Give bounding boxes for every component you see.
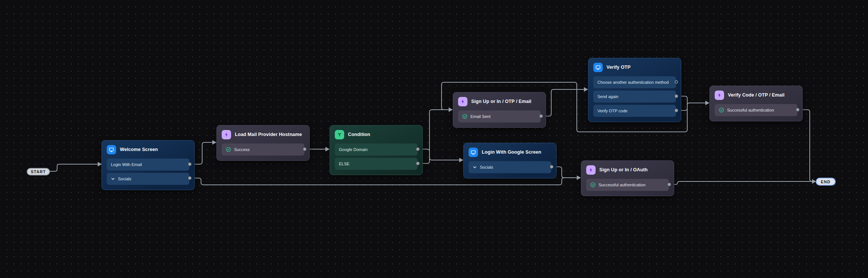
- node-row[interactable]: ELSE: [335, 158, 417, 170]
- node-row[interactable]: Successful authentication: [715, 104, 797, 116]
- input-arrow-verify-otp: [584, 87, 588, 92]
- row-label: Socials: [480, 165, 493, 169]
- node-row[interactable]: Choose another authentication method: [593, 76, 676, 88]
- node-title: Condition: [348, 132, 370, 137]
- node-row[interactable]: Login With Email: [107, 159, 189, 171]
- node-title: Load Mail Provider Hostname: [235, 132, 302, 137]
- screen-icon: [107, 145, 116, 154]
- node-header: Verify OTP: [593, 58, 676, 76]
- node-sign-up-or-in-otp-email[interactable]: Sign Up or In / OTP / Email Email Sent: [453, 92, 546, 128]
- screen-icon: [469, 148, 478, 157]
- end-pill[interactable]: END: [816, 178, 836, 186]
- node-header: Login With Google Screen: [469, 143, 551, 161]
- input-arrow-load-mail: [212, 140, 216, 145]
- node-title: Welcome Screen: [120, 147, 158, 152]
- row-label: Send again: [597, 94, 618, 99]
- node-load-mail-provider-hostname[interactable]: Load Mail Provider Hostname Success: [216, 125, 310, 161]
- node-condition[interactable]: Condition Google Domain ELSE: [330, 125, 423, 175]
- row-label: Successful authentication: [599, 183, 646, 187]
- input-arrow-login-google: [459, 158, 463, 162]
- check-circle-icon: [719, 107, 724, 113]
- edges-layer: [0, 0, 868, 278]
- node-header: Verify Code / OTP / Email: [715, 86, 797, 104]
- row-label: ELSE: [339, 162, 349, 166]
- row-label: Choose another authentication method: [597, 80, 669, 85]
- node-row[interactable]: Email Sent: [458, 110, 541, 122]
- screen-icon: [593, 63, 603, 72]
- start-pill[interactable]: START: [27, 168, 50, 175]
- node-row[interactable]: Success: [222, 144, 304, 156]
- node-sign-up-or-in-oauth[interactable]: Sign Up or In / OAuth Successful authent…: [581, 160, 674, 196]
- node-row[interactable]: Socials: [469, 161, 551, 173]
- row-label: Login With Email: [111, 162, 142, 167]
- node-welcome-screen[interactable]: Welcome Screen Login With Email Socials: [101, 140, 195, 190]
- input-arrow-oauth: [577, 175, 581, 180]
- row-label: Successful authentication: [727, 108, 774, 112]
- input-arrow-verify-code: [705, 101, 709, 105]
- edge-email-sent-to-verify-otp[interactable]: [541, 89, 584, 116]
- row-label: Verify OTP code: [597, 109, 628, 113]
- node-title: Login With Google Screen: [482, 150, 541, 155]
- node-row[interactable]: Successful authentication: [586, 179, 669, 191]
- node-header: Welcome Screen: [107, 141, 189, 159]
- chevron-down-icon: [473, 165, 477, 169]
- node-row[interactable]: Send again: [593, 91, 676, 103]
- node-header: Load Mail Provider Hostname: [222, 125, 304, 144]
- node-row[interactable]: Verify OTP code: [593, 105, 676, 117]
- lightning-icon: [458, 97, 467, 106]
- edge-oauth-success-to-end[interactable]: [669, 181, 812, 184]
- node-title: Verify Code / OTP / Email: [728, 92, 785, 98]
- node-row[interactable]: Socials: [107, 173, 189, 185]
- flow-canvas[interactable]: START END Welcome Screen Login With Emai…: [0, 0, 868, 278]
- check-circle-icon: [590, 182, 596, 187]
- edge-start-to-welcome[interactable]: [50, 164, 98, 171]
- node-title: Sign Up or In / OTP / Email: [471, 99, 531, 104]
- row-label: Socials: [118, 177, 131, 181]
- branch-icon: [335, 130, 344, 139]
- node-title: Verify OTP: [606, 65, 631, 70]
- check-circle-icon: [462, 114, 467, 119]
- node-header: Sign Up or In / OTP / Email: [458, 92, 541, 110]
- row-label: Email Sent: [470, 114, 490, 119]
- node-header: Condition: [335, 125, 417, 144]
- lightning-icon: [715, 91, 724, 100]
- row-label: Success: [234, 147, 250, 152]
- chevron-down-icon: [111, 177, 115, 181]
- row-label: Google Domain: [339, 147, 367, 152]
- node-title: Sign Up or In / OAuth: [599, 167, 647, 172]
- edge-google-domain-to-login-google[interactable]: [418, 149, 459, 160]
- node-verify-code-otp-email[interactable]: Verify Code / OTP / Email Successful aut…: [709, 86, 803, 121]
- check-circle-icon: [226, 147, 231, 152]
- lightning-icon: [586, 165, 596, 175]
- edge-welcome-socials-to-oauth[interactable]: [190, 178, 577, 185]
- input-arrow-condition: [325, 147, 330, 151]
- node-row[interactable]: Google Domain: [335, 144, 417, 156]
- node-login-with-google-screen[interactable]: Login With Google Screen Socials: [463, 143, 556, 178]
- lightning-icon: [222, 130, 231, 139]
- node-verify-otp[interactable]: Verify OTP Choose another authentication…: [588, 58, 681, 122]
- input-arrow-signup-otp: [449, 107, 453, 112]
- ports-layer: [0, 0, 868, 278]
- node-header: Sign Up or In / OAuth: [586, 161, 669, 179]
